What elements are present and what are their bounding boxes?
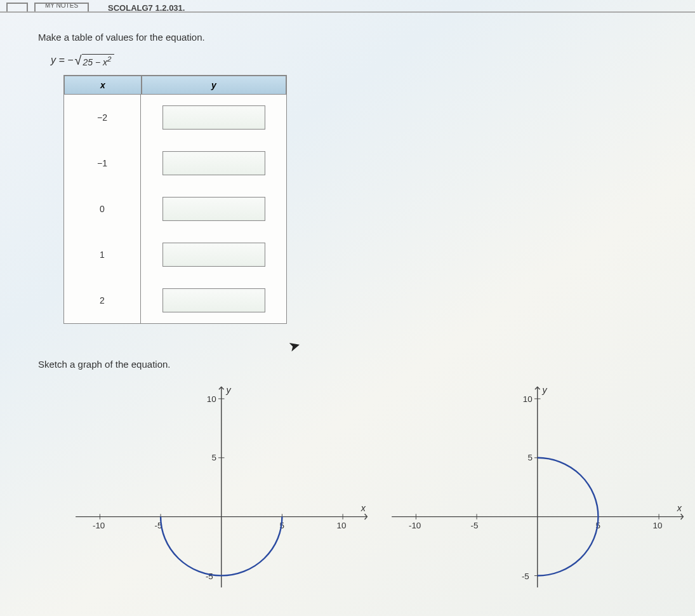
- answer-input[interactable]: [162, 243, 265, 267]
- cell-x: 2: [64, 278, 141, 323]
- tick-label: 5: [527, 453, 532, 462]
- chart-option-1[interactable]: -10 -5 5 10 -5 5 10 x y: [63, 376, 380, 605]
- tick-label: 10: [337, 521, 347, 530]
- tick-label: 5: [211, 453, 216, 462]
- table-header-x: x: [64, 76, 142, 95]
- question-prompt-1: Make a table of values for the equation.: [38, 32, 695, 43]
- answer-input[interactable]: [162, 105, 265, 130]
- x-axis-label: x: [361, 503, 366, 513]
- toolbar-chip-notes[interactable]: MY NOTES: [34, 3, 89, 11]
- tick-label: -5: [470, 521, 478, 530]
- table-header-y: y: [142, 76, 286, 95]
- tick-label: -5: [521, 571, 529, 580]
- tick-label: -5: [206, 571, 213, 580]
- equation-display: y = − √ 25 − x2: [51, 54, 695, 67]
- answer-input[interactable]: [162, 151, 265, 175]
- charts-row: -10 -5 5 10 -5 5 10 x y -10 -5 5 10 -5 5: [63, 376, 695, 605]
- content-area: Make a table of values for the equation.…: [0, 13, 695, 605]
- y-axis-label: y: [225, 385, 231, 395]
- question-prompt-2: Sketch a graph of the equation.: [38, 359, 695, 370]
- table-row: 1: [64, 232, 286, 278]
- tick-label: 10: [207, 394, 216, 404]
- table-row: −2: [64, 95, 286, 140]
- sqrt-icon: √ 25 − x2: [75, 54, 114, 67]
- radicand-exp: 2: [107, 55, 111, 63]
- toolbar-chip[interactable]: [6, 3, 28, 11]
- cell-x: 1: [64, 232, 141, 278]
- tick-label: 10: [652, 521, 662, 530]
- equation-lhs: y = −: [51, 55, 74, 66]
- table-row: 2: [64, 278, 286, 323]
- chart-option-2[interactable]: -10 -5 5 10 -5 5 10 x y: [380, 376, 696, 605]
- table-row: 0: [64, 186, 286, 232]
- table-row: −1: [64, 140, 286, 186]
- breadcrumb: SCOLALG7 1.2.031.: [108, 5, 185, 11]
- cell-x: −2: [64, 95, 141, 140]
- tick-label: 10: [522, 394, 532, 404]
- radicand-a: 25 − x: [83, 57, 108, 67]
- cell-x: −1: [64, 140, 141, 186]
- y-axis-label: y: [541, 385, 547, 395]
- top-toolbar: MY NOTES SCOLALG7 1.2.031.: [0, 0, 695, 13]
- answer-input[interactable]: [162, 197, 265, 221]
- answer-input[interactable]: [162, 288, 265, 312]
- value-table: x y −2 −1 0 1 2: [63, 75, 287, 324]
- tick-label: -10: [408, 521, 420, 530]
- cursor-icon: ➤: [287, 337, 302, 356]
- cell-x: 0: [64, 186, 141, 232]
- x-axis-label: x: [676, 503, 682, 513]
- tick-label: -10: [93, 521, 105, 530]
